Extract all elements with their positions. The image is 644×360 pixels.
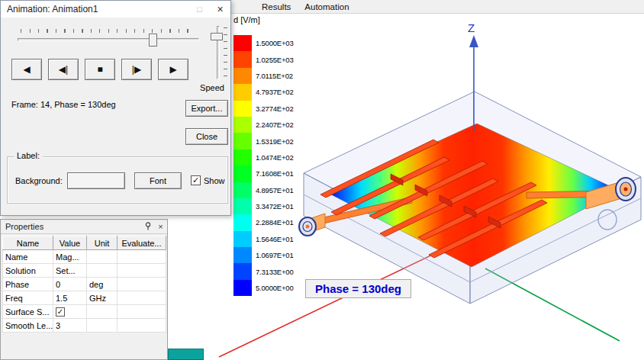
legend-entry: 1.5646E+01	[233, 231, 294, 247]
play-forward-button[interactable]: ▶	[158, 59, 188, 80]
close-icon[interactable]: ×	[210, 2, 230, 18]
prop-value[interactable]: 3	[53, 319, 87, 333]
prop-evaluated	[118, 250, 166, 264]
z-axis-label: Z	[468, 21, 475, 34]
props-header-row: NameValueUnitEvaluate...	[3, 236, 166, 250]
prop-value[interactable]: ✓	[53, 305, 87, 319]
legend-value: 1.0474E+02	[256, 153, 294, 162]
legend-entry: 1.0255E+03	[233, 51, 294, 67]
legend-value: 1.5646E+01	[256, 235, 294, 243]
legend-value: 1.0255E+03	[256, 56, 294, 64]
color-scale-legend: d [V/m] 1.5000E+031.0255E+037.0115E+024.…	[233, 15, 294, 296]
font-button[interactable]: Font	[134, 172, 182, 189]
menu-item-automation[interactable]: Automation	[298, 2, 356, 12]
prop-value[interactable]: Set...	[53, 264, 87, 278]
background-color-button[interactable]	[67, 172, 125, 189]
prop-name: Surface S...	[3, 305, 53, 319]
prop-name: Name	[3, 250, 53, 264]
legend-value: 2.2407E+02	[256, 121, 294, 129]
frame-slider-groove[interactable]	[18, 38, 199, 41]
label-groupbox: Label: Background: Font ✓ Show	[7, 156, 228, 204]
legend-value: 1.5000E+03	[256, 39, 294, 47]
legend-entry: 3.3472E+01	[233, 198, 294, 214]
prop-value[interactable]: Mag...	[53, 250, 87, 264]
props-row: SolutionSet...	[3, 264, 166, 278]
prop-evaluated	[118, 319, 166, 333]
frame-slider-ticks	[21, 29, 196, 33]
props-row: Smooth Le...3	[3, 319, 166, 333]
props-col-header: Name	[3, 236, 53, 250]
close-button[interactable]: Close	[185, 128, 228, 145]
legend-entry: 7.1608E+01	[233, 166, 294, 182]
menu-item-results[interactable]: Results	[255, 2, 298, 12]
show-checkbox-box[interactable]: ✓	[191, 175, 201, 185]
panel-close-icon[interactable]: ×	[154, 222, 167, 231]
prop-name: Phase	[3, 278, 53, 291]
prop-value[interactable]: 1.5	[53, 291, 87, 305]
prop-unit: GHz	[87, 291, 118, 305]
play-reverse-button[interactable]: ◀	[11, 59, 42, 80]
background-label: Background:	[15, 176, 63, 185]
prop-evaluated	[118, 305, 166, 319]
legend-entry: 1.5319E+02	[233, 133, 294, 149]
step-forward-button[interactable]: |▶	[121, 59, 152, 80]
legend-color-swatch	[233, 117, 252, 133]
legend-entry: 4.7937E+02	[233, 84, 294, 100]
prop-unit	[87, 305, 118, 319]
legend-color-swatch	[233, 198, 252, 214]
frame-slider-thumb[interactable]	[149, 34, 157, 47]
legend-value: 5.0000E+00	[256, 284, 294, 292]
legend-value: 1.5319E+02	[256, 137, 294, 146]
properties-titlebar[interactable]: Properties ×	[1, 220, 167, 234]
legend-color-swatch	[233, 68, 252, 84]
legend-color-swatch	[233, 182, 252, 198]
prop-name: Solution	[3, 264, 53, 278]
speed-label: Speed	[193, 83, 231, 92]
prop-value[interactable]: 0	[53, 278, 87, 291]
legend-value: 4.8957E+01	[256, 186, 294, 194]
status-strip	[168, 349, 204, 360]
prop-unit: deg	[87, 278, 118, 291]
legend-entry: 2.2884E+01	[233, 214, 294, 230]
stop-button[interactable]: ■	[85, 59, 115, 80]
legend-color-swatch	[233, 166, 252, 182]
export-button[interactable]: Export...	[185, 100, 228, 117]
legend-entry: 1.0697E+01	[233, 247, 294, 263]
props-row: Phase0deg	[3, 278, 166, 291]
prop-evaluated	[118, 291, 166, 305]
speed-slider-ticks	[224, 27, 227, 78]
legend-entries: 1.5000E+031.0255E+037.0115E+024.7937E+02…	[233, 35, 294, 296]
legend-color-swatch	[233, 101, 252, 117]
speed-slider-thumb[interactable]	[211, 33, 223, 40]
legend-title: d [V/m]	[233, 15, 294, 24]
legend-color-swatch	[233, 133, 252, 149]
legend-color-swatch	[233, 280, 252, 296]
legend-entry: 5.0000E+00	[233, 280, 294, 296]
legend-value: 3.3472E+01	[256, 202, 294, 211]
prop-checkbox[interactable]: ✓	[56, 307, 65, 317]
maximize-icon[interactable]: □	[189, 2, 210, 18]
show-checkbox[interactable]: ✓ Show	[191, 175, 225, 185]
prop-unit	[87, 250, 118, 264]
legend-color-swatch	[233, 214, 252, 230]
frame-status-text: Frame: 14, Phase = 130deg	[11, 100, 116, 109]
speed-slider[interactable]	[208, 26, 228, 79]
legend-entry: 7.0115E+02	[233, 68, 294, 84]
step-back-button[interactable]: ◀|	[48, 59, 79, 80]
frame-slider[interactable]	[18, 28, 199, 48]
label-group-title: Label:	[14, 151, 43, 160]
prop-name: Freq	[3, 291, 53, 305]
legend-entry: 2.2407E+02	[233, 117, 294, 133]
legend-value: 1.0697E+01	[256, 251, 294, 259]
props-row: NameMag...	[3, 250, 166, 264]
properties-table: NameValueUnitEvaluate... NameMag...Solut…	[2, 236, 166, 333]
prop-evaluated	[118, 278, 166, 291]
animation-dialog-titlebar[interactable]: Animation: Animation1 □ ×	[1, 1, 230, 18]
props-col-header: Evaluate...	[118, 236, 166, 250]
legend-value: 7.0115E+02	[256, 72, 293, 80]
pin-icon[interactable]	[141, 222, 154, 232]
legend-color-swatch	[233, 51, 252, 67]
legend-color-swatch	[233, 231, 252, 247]
props-col-header: Unit	[87, 236, 118, 250]
legend-color-swatch	[233, 247, 252, 263]
